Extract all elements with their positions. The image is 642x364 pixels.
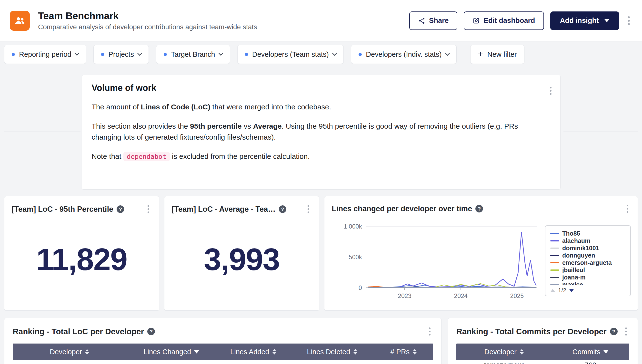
filter-dot-icon (12, 53, 15, 56)
chevron-down-icon (445, 51, 450, 56)
ranking-loc-title: Ranking - Total LoC per Developer (13, 327, 144, 336)
page-title: Team Benchmark (38, 10, 257, 22)
legend-item-alachaum[interactable]: alachaum (550, 237, 625, 244)
new-filter-button[interactable]: + New filter (470, 45, 524, 64)
line-chart[interactable]: 1 000k500k0202320242025 (332, 216, 541, 301)
filter-dot-icon (101, 53, 104, 56)
filter-target-branch[interactable]: Target Branch (156, 45, 230, 64)
ranking-row: Ranking - Total LoC per Developer ? Deve… (0, 318, 642, 364)
dashboard-page: Team Benchmark Comparative analysis of d… (0, 0, 642, 364)
stat-card-title: [Team] LoC - 95th Percentile (12, 205, 113, 214)
column-header-developer[interactable]: Developer (13, 348, 126, 356)
x-axis-tick-label: 2023 (398, 292, 411, 299)
legend-marker (550, 284, 559, 285)
volume-card-kebab-menu[interactable] (547, 85, 554, 97)
header-actions: Share Edit dashboard Add insight (409, 12, 632, 30)
filter-label: Developers (Team stats) (252, 50, 329, 58)
help-icon[interactable]: ? (279, 206, 286, 213)
share-icon (418, 17, 425, 24)
team-icon (14, 15, 25, 26)
share-button[interactable]: Share (409, 12, 458, 30)
sort-icon (273, 349, 276, 354)
filter-dot-icon (164, 53, 167, 56)
help-icon[interactable]: ? (475, 205, 483, 212)
column-header-lines-changed[interactable]: Lines Changed (126, 348, 216, 356)
column-header-developer[interactable]: Developer (456, 348, 551, 356)
legend-label: Tho85 (562, 230, 580, 237)
sort-icon (520, 349, 524, 354)
x-axis-tick-label: 2025 (510, 292, 524, 299)
edit-dashboard-button[interactable]: Edit dashboard (464, 12, 544, 30)
ranking-commits-table-header: Developer Commits (456, 344, 629, 360)
filter-label: Projects (108, 50, 134, 58)
legend-item-Tho85[interactable]: Tho85 (550, 230, 625, 237)
x-axis-tick-label: 2024 (454, 292, 468, 299)
legend-item-joana-m[interactable]: joana-m (550, 274, 625, 281)
legend-label: joana-m (562, 274, 586, 281)
filter-dot-icon (245, 53, 248, 56)
ranking-commits-title: Ranking - Total Commits per Developer (456, 327, 607, 336)
ranking-loc-table-header: Developer Lines Changed Lines Added Line… (13, 344, 433, 360)
volume-paragraph-2: This section also provides the 95th perc… (92, 120, 545, 142)
stats-row: [Team] LoC - 95th Percentile ? 11,829 [T… (0, 196, 642, 311)
chevron-down-icon (332, 51, 337, 56)
legend-marker (550, 262, 559, 264)
legend-page-down-icon[interactable] (569, 289, 574, 292)
filter-developers-indiv-stats[interactable]: Developers (Indiv. stats) (351, 45, 457, 64)
filter-reporting-period[interactable]: Reporting period (4, 45, 86, 64)
header-kebab-menu[interactable] (625, 14, 632, 27)
column-header-lines-added[interactable]: Lines Added (217, 348, 290, 356)
legend-item-jbailleul[interactable]: jbailleul (550, 266, 625, 274)
top-header: Team Benchmark Comparative analysis of d… (0, 0, 642, 42)
legend-item-maxice[interactable]: maxice (550, 281, 625, 285)
stat-card-kebab-menu[interactable] (305, 203, 312, 215)
legend-label: jbailleul (562, 266, 585, 274)
filter-bar: Reporting period Projects Target Branch … (0, 42, 642, 68)
legend-marker (550, 270, 559, 271)
legend-page-indicator: 1/2 (558, 287, 566, 294)
legend-label: dominik1001 (562, 244, 599, 252)
volume-of-work-card: Volume of work The amount of Lines of Co… (82, 75, 561, 190)
help-icon[interactable]: ? (147, 328, 155, 335)
legend-item-dominik1001[interactable]: dominik1001 (550, 244, 625, 252)
chevron-down-icon (75, 51, 79, 56)
help-icon[interactable]: ? (610, 328, 618, 335)
y-axis-tick-label: 0 (359, 284, 362, 291)
column-header-lines-deleted[interactable]: Lines Deleted (290, 348, 374, 356)
sort-icon (353, 349, 357, 354)
dashboard-logo (10, 11, 30, 31)
filter-label: Developers (Indiv. stats) (366, 50, 442, 58)
legend-label: maxice (562, 281, 583, 285)
column-header-prs[interactable]: # PRs (374, 348, 433, 356)
filter-developers-team-stats[interactable]: Developers (Team stats) (237, 45, 344, 64)
developer-cell: tomazernour (456, 361, 551, 364)
filter-projects[interactable]: Projects (93, 45, 149, 64)
legend-item-emerson-argueta[interactable]: emerson-argueta (550, 259, 625, 266)
legend-page-up-icon[interactable] (550, 289, 555, 292)
stat-value: 11,829 (36, 242, 127, 277)
share-label: Share (429, 16, 449, 24)
ranking-loc-kebab-menu[interactable] (426, 326, 433, 338)
ranking-commits-kebab-menu[interactable] (623, 326, 629, 338)
volume-paragraph-3: Note that dependabot is excluded from th… (92, 151, 545, 162)
grid-divider-left (4, 132, 81, 132)
legend-item-donnguyen[interactable]: donnguyen (550, 252, 625, 259)
ranking-commits-card: Ranking - Total Commits per Developer ? … (448, 318, 638, 364)
lines-changed-chart-card: Lines changed per developer over time ? … (324, 196, 638, 311)
title-block: Team Benchmark Comparative analysis of d… (38, 10, 257, 31)
legend-marker (550, 233, 559, 234)
series-line-alachaum (368, 232, 536, 288)
stat-card-loc-95th-percentile: [Team] LoC - 95th Percentile ? 11,829 (4, 196, 159, 311)
edit-icon (473, 17, 480, 24)
edit-dashboard-label: Edit dashboard (484, 16, 535, 24)
plus-icon: + (478, 49, 483, 58)
chart-card-kebab-menu[interactable] (624, 203, 631, 215)
legend-marker (550, 240, 559, 242)
help-icon[interactable]: ? (117, 206, 124, 213)
add-insight-button[interactable]: Add insight (550, 12, 619, 30)
table-row[interactable] (13, 360, 433, 364)
column-header-commits[interactable]: Commits (551, 348, 629, 356)
stat-card-kebab-menu[interactable] (145, 203, 152, 215)
legend-label: donnguyen (562, 252, 595, 259)
table-row[interactable]: tomazernour 760 (456, 360, 629, 364)
